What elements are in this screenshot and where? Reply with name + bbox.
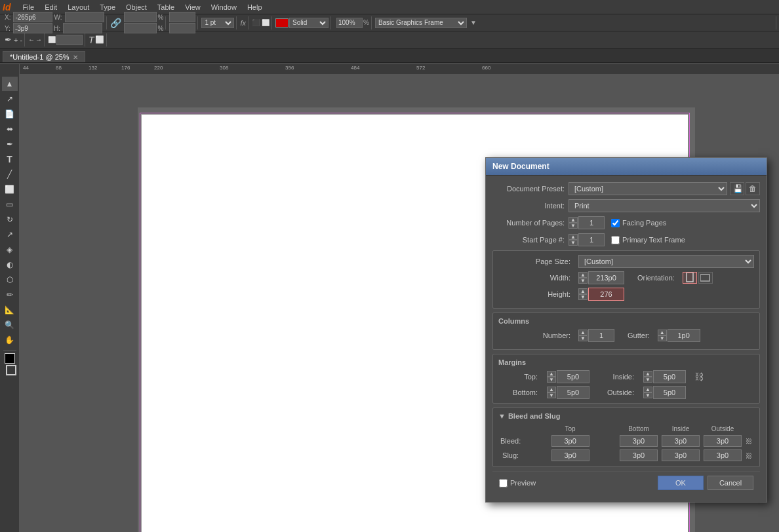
tool-free-transform[interactable]: ⬡: [2, 273, 18, 287]
w-input[interactable]: [65, 12, 104, 22]
remove-anchor-icon[interactable]: -: [20, 36, 22, 44]
pages-up-btn[interactable]: ▲: [569, 217, 578, 223]
tool-gap[interactable]: ⬌: [2, 122, 18, 136]
bleed-bottom-input[interactable]: [620, 435, 658, 447]
start-page-spinner[interactable]: ▲ ▼: [569, 233, 605, 246]
delete-preset-btn[interactable]: 🗑: [746, 182, 760, 195]
width-up-btn[interactable]: ▲: [578, 272, 588, 278]
width-input[interactable]: [588, 271, 624, 284]
pages-spinner[interactable]: ▲ ▼: [569, 216, 605, 229]
add-anchor-icon[interactable]: +: [14, 36, 18, 44]
height-input[interactable]: [588, 288, 624, 301]
preset-select[interactable]: [Custom]: [569, 182, 727, 195]
tool-scale[interactable]: ↗: [2, 227, 18, 242]
distribute-icon[interactable]: ⬜: [262, 19, 270, 26]
slug-inside-input[interactable]: [662, 449, 700, 461]
slug-top-input[interactable]: [551, 449, 589, 461]
bleed-outside-input[interactable]: [704, 435, 742, 447]
frame-type-select[interactable]: Basic Graphics Frame: [375, 18, 467, 28]
tool-eyedropper[interactable]: ✏: [2, 288, 18, 302]
stroke-type-select[interactable]: Solid: [289, 18, 329, 28]
tool-rect-frame[interactable]: ⬜: [2, 182, 18, 197]
margin-bottom-input[interactable]: [557, 386, 589, 399]
tool-zoom[interactable]: 🔍: [2, 318, 18, 332]
fill-color-swatch[interactable]: [5, 353, 15, 364]
start-arrow-icon[interactable]: ←: [28, 36, 35, 43]
tool-rotate[interactable]: ↻: [2, 212, 18, 227]
margin-inside-down[interactable]: ▼: [643, 377, 652, 383]
margin-top-input[interactable]: [557, 370, 589, 383]
h-input[interactable]: [63, 23, 102, 33]
bleed-inside-input[interactable]: [662, 435, 700, 447]
tool-rect[interactable]: ▭: [2, 197, 18, 212]
corner-icon[interactable]: ⬜: [48, 36, 56, 43]
margin-bottom-up[interactable]: ▲: [547, 387, 556, 392]
margin-outside-down[interactable]: ▼: [643, 392, 652, 398]
margin-inside-up[interactable]: ▲: [643, 371, 652, 377]
facing-pages-checkbox[interactable]: [611, 219, 620, 227]
y-input[interactable]: [13, 23, 52, 33]
stroke-color-swatch-tool[interactable]: [6, 365, 16, 375]
align-icon[interactable]: ⬛: [252, 19, 260, 26]
margin-bottom-down[interactable]: ▼: [547, 392, 556, 398]
pages-input[interactable]: [578, 216, 605, 229]
opacity-input[interactable]: [336, 18, 363, 28]
tool-select[interactable]: ▲: [2, 77, 18, 91]
bleed-slug-arrow[interactable]: ▼: [498, 412, 506, 420]
bleed-top-input[interactable]: [551, 435, 589, 447]
margins-link-icon[interactable]: ⛓: [694, 371, 704, 382]
scale-h-input[interactable]: [124, 23, 157, 33]
col-number-up-btn[interactable]: ▲: [578, 330, 588, 335]
margin-outside-up[interactable]: ▲: [643, 387, 652, 392]
width-down-btn[interactable]: ▼: [578, 278, 588, 284]
rotation-input[interactable]: [169, 12, 195, 22]
start-page-input[interactable]: [578, 233, 605, 246]
intent-select[interactable]: Print Web Mobile: [569, 199, 760, 212]
scale-w-input[interactable]: [124, 12, 157, 22]
tool-type[interactable]: T: [2, 152, 18, 166]
preview-checkbox[interactable]: [499, 479, 508, 487]
gutter-up-btn[interactable]: ▲: [658, 330, 667, 335]
tool-measure[interactable]: 📐: [2, 303, 18, 317]
tool-direct-select[interactable]: ↗: [2, 92, 18, 106]
save-preset-btn[interactable]: 💾: [730, 182, 744, 195]
start-page-down-btn[interactable]: ▼: [569, 240, 578, 246]
margin-outside-input[interactable]: [653, 386, 686, 399]
tool-hand[interactable]: ✋: [2, 333, 18, 347]
gutter-input[interactable]: [668, 329, 700, 342]
primary-text-checkbox[interactable]: [611, 236, 620, 244]
gutter-down-btn[interactable]: ▼: [658, 335, 667, 341]
tool-pen[interactable]: ✒: [2, 137, 18, 151]
frame-settings-icon[interactable]: ▼: [470, 19, 477, 26]
tool-shear[interactable]: ◈: [2, 242, 18, 257]
bleed-link-icon[interactable]: ⛓: [746, 438, 752, 445]
tab-close-icon[interactable]: ✕: [73, 54, 78, 61]
end-arrow-icon[interactable]: →: [35, 36, 42, 43]
col-number-down-btn[interactable]: ▼: [578, 335, 588, 341]
shear-input[interactable]: [169, 23, 195, 33]
margin-inside-input[interactable]: [653, 370, 686, 383]
portrait-btn[interactable]: [683, 272, 697, 284]
slug-link-icon[interactable]: ⛓: [746, 452, 752, 459]
document-tab[interactable]: *Untitled-1 @ 25% ✕: [3, 51, 85, 62]
pen-tool-icon[interactable]: ✒: [5, 35, 12, 45]
height-up-btn[interactable]: ▲: [578, 288, 588, 294]
margin-top-down[interactable]: ▼: [547, 377, 556, 383]
height-down-btn[interactable]: ▼: [578, 294, 588, 300]
stroke-weight-select[interactable]: 1 pt: [201, 18, 234, 28]
page-size-select[interactable]: [Custom]: [578, 255, 754, 268]
slug-outside-input[interactable]: [704, 449, 742, 461]
x-input[interactable]: [13, 12, 52, 22]
stroke-color-swatch[interactable]: [275, 18, 289, 28]
tool-line[interactable]: ╱: [2, 167, 18, 181]
tool-page[interactable]: 📄: [2, 107, 18, 121]
slug-bottom-input[interactable]: [620, 449, 658, 461]
menu-window[interactable]: Window: [206, 0, 242, 14]
start-page-up-btn[interactable]: ▲: [569, 234, 578, 240]
pages-down-btn[interactable]: ▼: [569, 223, 578, 229]
text-frame-options-icon[interactable]: ⬜: [95, 35, 104, 44]
corner-radius-input[interactable]: [56, 35, 83, 45]
landscape-btn[interactable]: [698, 272, 713, 284]
cancel-button[interactable]: Cancel: [708, 476, 753, 490]
menu-help[interactable]: Help: [242, 0, 268, 14]
